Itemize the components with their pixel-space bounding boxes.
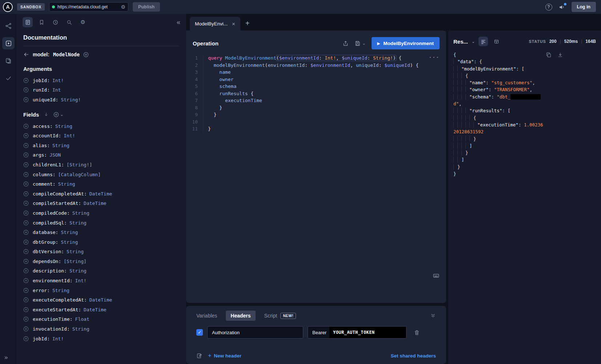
field-row[interactable]: args:JSON: [23, 150, 180, 160]
code-line-content[interactable]: [203, 118, 446, 126]
field-row[interactable]: jobId:Int!: [23, 76, 180, 85]
add-field-icon[interactable]: [23, 316, 29, 322]
add-type-icon[interactable]: [83, 52, 89, 57]
add-field-icon[interactable]: [23, 152, 29, 158]
collapse-panel-icon[interactable]: [430, 313, 436, 319]
tab-script[interactable]: Script NEW!: [264, 313, 296, 319]
copy-response-icon[interactable]: [546, 52, 552, 58]
add-field-icon[interactable]: [23, 97, 29, 102]
field-row[interactable]: compiledSql:String: [23, 218, 180, 228]
field-type[interactable]: String: [61, 239, 78, 245]
code-line[interactable]: 4 owner: [186, 76, 446, 83]
run-operation-button[interactable]: ▶ ModelByEnvironment: [372, 37, 440, 49]
code-line-content[interactable]: modelByEnvironment(environmentId: $envir…: [203, 62, 446, 69]
code-line[interactable]: 8 }: [186, 104, 446, 112]
code-line[interactable]: 1query ModelByEnvironment($environmentId…: [186, 54, 446, 62]
field-type[interactable]: [String!]: [67, 162, 92, 167]
field-row[interactable]: comment:String: [23, 179, 180, 189]
code-line-content[interactable]: owner: [203, 76, 446, 83]
field-row[interactable]: columns:[CatalogColumn]: [23, 170, 180, 179]
field-type[interactable]: Int: [52, 87, 61, 93]
code-line-content[interactable]: }: [203, 111, 446, 118]
add-field-icon[interactable]: [23, 220, 29, 226]
field-type[interactable]: String: [69, 220, 87, 226]
header-name-input[interactable]: [207, 326, 303, 339]
endpoint-url-box[interactable]: https://metadata.cloud.get ⚙: [49, 2, 128, 12]
code-line-content[interactable]: name: [203, 69, 446, 76]
add-field-icon[interactable]: [23, 268, 29, 274]
field-type[interactable]: Int!: [52, 78, 64, 83]
response-title[interactable]: Res...: [453, 39, 468, 45]
expand-rail-icon[interactable]: »: [4, 354, 8, 361]
add-field-icon[interactable]: [23, 288, 29, 293]
code-line-content[interactable]: }: [203, 125, 446, 133]
add-field-icon[interactable]: [23, 133, 29, 138]
add-field-icon[interactable]: [23, 210, 29, 216]
history-icon[interactable]: [50, 17, 60, 27]
add-field-icon[interactable]: [23, 239, 29, 245]
code-line[interactable]: 6 runResults {: [186, 90, 446, 97]
code-line[interactable]: 9 }: [186, 111, 446, 118]
field-row[interactable]: accountId:Int!: [23, 131, 180, 141]
field-row[interactable]: database:String: [23, 227, 180, 237]
code-line[interactable]: 11}: [186, 125, 446, 133]
bookmarks-icon[interactable]: [36, 17, 47, 27]
header-enabled-checkbox[interactable]: ✓: [196, 329, 203, 336]
field-row[interactable]: dependsOn:[String]: [23, 256, 180, 266]
add-fields-chevron-icon[interactable]: ⌄: [60, 112, 63, 117]
search-icon[interactable]: [64, 17, 74, 27]
field-row[interactable]: dbtVersion:String: [23, 247, 180, 257]
collapse-docs-icon[interactable]: «: [177, 19, 180, 26]
help-icon[interactable]: ?: [545, 4, 552, 11]
delete-header-icon[interactable]: [414, 329, 420, 336]
field-type[interactable]: String: [55, 124, 72, 129]
add-field-icon[interactable]: [23, 172, 29, 177]
tab-variables[interactable]: Variables: [196, 313, 217, 319]
field-row[interactable]: access:String: [23, 121, 180, 131]
publish-button[interactable]: Publish: [133, 2, 160, 12]
response-chevron-icon[interactable]: ⌄: [472, 39, 475, 44]
apollo-logo[interactable]: A: [3, 2, 13, 12]
code-line[interactable]: 10: [186, 118, 446, 126]
auth-token-value[interactable]: YOUR_AUTH_TOKEN: [329, 327, 406, 338]
documentation-tab-icon[interactable]: [23, 17, 33, 27]
add-field-icon[interactable]: [23, 143, 29, 148]
editor-menu-icon[interactable]: ···: [429, 54, 440, 61]
raw-view-icon[interactable]: [478, 37, 488, 46]
add-field-icon[interactable]: [23, 249, 29, 254]
tab-headers[interactable]: Headers: [226, 311, 255, 321]
new-tab-icon[interactable]: +: [245, 19, 250, 28]
field-type[interactable]: Int!: [52, 336, 64, 341]
field-type[interactable]: String: [72, 326, 89, 332]
add-field-icon[interactable]: [23, 181, 29, 187]
field-type[interactable]: DateTime: [84, 201, 107, 206]
login-button[interactable]: Log in: [572, 2, 596, 12]
field-row[interactable]: runId:Int: [23, 85, 180, 95]
field-type[interactable]: String: [72, 210, 89, 216]
field-type[interactable]: String!: [61, 97, 81, 102]
field-row[interactable]: environmentId:Int!: [23, 276, 180, 286]
keyboard-shortcuts-icon[interactable]: [433, 272, 440, 279]
code-line-content[interactable]: runResults {: [203, 90, 446, 97]
save-chevron-icon[interactable]: ⌄: [362, 41, 365, 46]
field-row[interactable]: jobId:Int!: [23, 334, 180, 344]
add-field-icon[interactable]: [23, 124, 29, 129]
code-line[interactable]: 2 modelByEnvironment(environmentId: $env…: [186, 62, 446, 69]
add-field-icon[interactable]: [23, 259, 29, 264]
field-row[interactable]: alias:String: [23, 141, 180, 150]
save-operation-group[interactable]: ⌄: [354, 40, 365, 46]
field-type[interactable]: String: [61, 230, 78, 235]
edit-headers-icon[interactable]: [196, 353, 203, 359]
code-line[interactable]: 5 schema: [186, 83, 446, 90]
new-header-button[interactable]: + New header: [208, 352, 241, 359]
add-all-fields-icon[interactable]: [53, 112, 59, 117]
sort-fields-icon[interactable]: [44, 112, 49, 117]
add-field-icon[interactable]: [23, 297, 29, 303]
field-row[interactable]: uniqueId:String!: [23, 95, 180, 105]
field-row[interactable]: executeCompletedAt:DateTime: [23, 295, 180, 305]
field-row[interactable]: childrenL1:[String!]: [23, 160, 180, 170]
field-type[interactable]: DateTime: [89, 297, 112, 303]
breadcrumb-type[interactable]: ModelNode: [53, 52, 80, 57]
add-field-icon[interactable]: [23, 326, 29, 332]
set-shared-headers-link[interactable]: Set shared headers: [390, 353, 436, 359]
